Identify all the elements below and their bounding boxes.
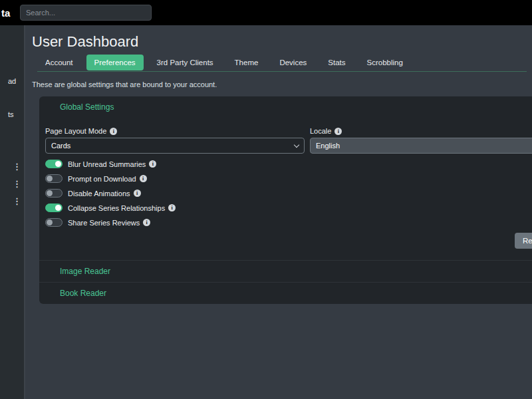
toggle-label: Collapse Series Relationships i <box>68 204 176 212</box>
toggle-row-share-series-reviews: Share Series Reviews i <box>45 218 526 227</box>
tab-3rd-party-clients[interactable]: 3rd Party Clients <box>149 55 221 70</box>
toggle-label-text: Collapse Series Relationships <box>68 204 165 212</box>
toggle-knob <box>47 190 53 196</box>
field-label-text: Locale <box>310 127 331 135</box>
info-icon[interactable]: i <box>110 128 117 135</box>
toggle-row-collapse-series-relationships: Collapse Series Relationships i <box>45 203 526 212</box>
locale-label: Locale i <box>310 127 532 135</box>
chevron-down-icon <box>294 142 299 147</box>
toggle-collapse-series-relationships[interactable] <box>45 203 63 212</box>
tab-preferences[interactable]: Preferences <box>86 55 144 70</box>
page-layout-mode-field: Page Layout Mode i Cards <box>45 122 305 154</box>
info-icon[interactable]: i <box>168 204 176 211</box>
info-icon[interactable]: i <box>149 160 156 168</box>
toggle-row-prompt-on-download: Prompt on Download i <box>45 174 526 183</box>
kebab-menu-icon[interactable]: ⋮ <box>13 162 18 171</box>
toggle-knob <box>55 161 61 167</box>
info-icon[interactable]: i <box>334 128 342 135</box>
top-navbar: ta <box>0 0 532 25</box>
locale-field: Locale i English <box>310 122 532 154</box>
sidebar-item-label[interactable]: ts <box>8 110 14 118</box>
toggle-prompt-on-download[interactable] <box>45 174 63 183</box>
field-label-text: Page Layout Mode <box>45 127 106 135</box>
page-layout-mode-select[interactable]: Cards <box>45 138 305 154</box>
toggle-label-text: Share Series Reviews <box>68 219 140 227</box>
page-description: These are global settings that are bound… <box>32 80 532 88</box>
dashboard-tabs: Account Preferences 3rd Party Clients Th… <box>37 55 527 72</box>
toggle-disable-animations[interactable] <box>45 189 63 198</box>
kebab-menu-icon[interactable]: ⋮ <box>13 197 18 205</box>
tab-devices[interactable]: Devices <box>271 55 315 70</box>
locale-select[interactable]: English <box>310 138 532 154</box>
page-layout-mode-label: Page Layout Mode i <box>45 127 305 135</box>
info-icon[interactable]: i <box>143 219 150 226</box>
toggle-label-text: Prompt on Download <box>68 175 136 183</box>
toggle-knob <box>55 205 61 211</box>
search-input[interactable] <box>20 5 152 21</box>
info-icon[interactable]: i <box>134 190 141 197</box>
toggle-label-text: Blur Unread Summaries <box>68 160 146 168</box>
toggle-label: Prompt on Download i <box>68 175 147 183</box>
accordion-header-image-reader[interactable]: Image Reader <box>39 261 532 282</box>
toggle-list: Blur Unread Summaries i Prompt on Downlo… <box>45 160 526 227</box>
side-nav: ad ts ⋮ ⋮ ⋮ <box>0 25 25 399</box>
selected-value: Cards <box>51 142 70 150</box>
toggle-knob <box>47 176 53 182</box>
toggle-label: Blur Unread Summaries i <box>68 160 156 168</box>
main-content: User Dashboard Account Preferences 3rd P… <box>27 25 532 399</box>
toggle-share-series-reviews[interactable] <box>45 218 63 227</box>
tab-account[interactable]: Account <box>37 55 81 70</box>
tab-scrobbling[interactable]: Scrobbling <box>359 55 411 70</box>
toggle-blur-unread-summaries[interactable] <box>45 160 63 168</box>
toggle-knob <box>47 219 53 225</box>
toggle-label: Disable Animations i <box>68 190 141 198</box>
reset-button[interactable]: Reset <box>515 233 532 249</box>
toggle-row-blur-unread-summaries: Blur Unread Summaries i <box>45 160 526 168</box>
toggle-label-text: Disable Animations <box>68 190 130 198</box>
toggle-row-disable-animations: Disable Animations i <box>45 189 526 198</box>
sidebar-item-label[interactable]: ad <box>8 77 16 85</box>
app-logo[interactable]: ta <box>1 7 16 19</box>
tab-theme[interactable]: Theme <box>227 55 267 70</box>
accordion-header-global-settings[interactable]: Global Settings <box>39 96 532 118</box>
page-title: User Dashboard <box>32 33 532 51</box>
global-settings-body: Page Layout Mode i Cards Locale i Englis… <box>39 118 532 260</box>
info-icon[interactable]: i <box>140 175 147 182</box>
selected-value: English <box>316 142 340 150</box>
preferences-accordion: Global Settings Page Layout Mode i Cards… <box>39 96 532 304</box>
kebab-menu-icon[interactable]: ⋮ <box>13 180 18 188</box>
accordion-header-book-reader[interactable]: Book Reader <box>39 283 532 304</box>
toggle-label: Share Series Reviews i <box>68 219 150 227</box>
reset-row: Reset <box>45 233 532 249</box>
tab-stats[interactable]: Stats <box>320 55 353 70</box>
